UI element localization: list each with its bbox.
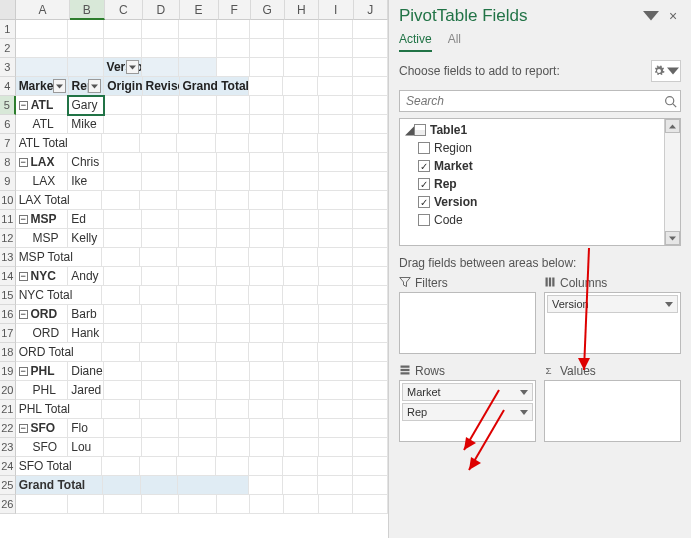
cell[interactable] — [283, 400, 318, 419]
subtotal-label[interactable]: ORD Total — [16, 343, 102, 362]
cell[interactable] — [142, 419, 179, 438]
cell[interactable] — [353, 58, 388, 77]
cell[interactable] — [250, 96, 284, 115]
cell[interactable] — [319, 210, 354, 229]
cell[interactable] — [250, 229, 284, 248]
cell[interactable] — [217, 324, 250, 343]
cell[interactable] — [249, 191, 283, 210]
rep-cell[interactable]: Flo — [68, 419, 103, 438]
cell[interactable] — [16, 495, 69, 514]
market-cell[interactable]: −MSP — [16, 210, 69, 229]
cell[interactable] — [217, 20, 250, 39]
row-header-15[interactable]: 15 — [0, 286, 16, 305]
cell[interactable] — [250, 381, 284, 400]
cell[interactable] — [142, 20, 179, 39]
cell[interactable] — [318, 77, 353, 96]
filter-dropdown-icon[interactable] — [126, 60, 139, 74]
field-market[interactable]: Market — [404, 157, 660, 175]
cell[interactable] — [179, 419, 218, 438]
cell[interactable] — [216, 343, 249, 362]
col-header-C[interactable]: C — [105, 0, 143, 20]
cell[interactable] — [283, 134, 318, 153]
field-table[interactable]: ◢Table1 — [404, 121, 660, 139]
cell[interactable] — [318, 248, 353, 267]
cell[interactable] — [102, 343, 140, 362]
row-header-19[interactable]: 19 — [0, 362, 16, 381]
cell[interactable] — [250, 210, 284, 229]
cell[interactable] — [179, 267, 218, 286]
cell[interactable] — [179, 172, 218, 191]
pivot-col-revised[interactable]: Revised — [143, 77, 180, 96]
cell[interactable] — [353, 172, 388, 191]
cell[interactable] — [217, 305, 250, 324]
rep-cell[interactable]: Andy — [68, 267, 103, 286]
cell[interactable] — [250, 305, 284, 324]
cell[interactable] — [142, 115, 179, 134]
row-header-18[interactable]: 18 — [0, 343, 16, 362]
cell[interactable] — [250, 495, 284, 514]
cell[interactable] — [318, 286, 353, 305]
market-cell[interactable]: ATL — [16, 115, 69, 134]
cell[interactable] — [250, 153, 284, 172]
cell[interactable] — [104, 172, 142, 191]
cell[interactable] — [319, 115, 354, 134]
cell[interactable] — [353, 77, 388, 96]
cell[interactable] — [140, 134, 177, 153]
cell[interactable] — [353, 96, 388, 115]
cell[interactable] — [284, 39, 319, 58]
cell[interactable] — [179, 381, 218, 400]
cell[interactable] — [353, 153, 388, 172]
cell[interactable] — [284, 438, 319, 457]
cell[interactable] — [140, 457, 177, 476]
row-header-10[interactable]: 10 — [0, 191, 16, 210]
cell[interactable] — [353, 305, 388, 324]
cell[interactable] — [284, 362, 319, 381]
scroll-down-icon[interactable] — [665, 231, 680, 245]
cell[interactable] — [217, 362, 250, 381]
cell[interactable] — [353, 324, 388, 343]
cell[interactable] — [353, 419, 388, 438]
checkbox[interactable] — [418, 178, 430, 190]
cell[interactable] — [177, 191, 216, 210]
cell[interactable] — [142, 210, 179, 229]
spreadsheet-grid[interactable]: ABCDEFGHIJ123Version4MarketRepOriginalRe… — [0, 0, 389, 538]
field-region[interactable]: Region — [404, 139, 660, 157]
cell[interactable] — [179, 305, 218, 324]
cell[interactable] — [104, 495, 142, 514]
cell[interactable] — [319, 267, 354, 286]
market-cell[interactable]: SFO — [16, 438, 69, 457]
cell[interactable] — [104, 115, 142, 134]
pivot-column-label[interactable]: Version — [104, 58, 142, 77]
cell[interactable] — [283, 248, 318, 267]
cell[interactable] — [318, 191, 353, 210]
cell[interactable] — [104, 362, 142, 381]
row-header-12[interactable]: 12 — [0, 229, 16, 248]
cell[interactable] — [353, 267, 388, 286]
market-cell[interactable]: MSP — [16, 229, 69, 248]
cell[interactable] — [142, 267, 179, 286]
col-header-E[interactable]: E — [180, 0, 219, 20]
cell[interactable] — [16, 58, 69, 77]
cell[interactable] — [284, 495, 319, 514]
cell[interactable] — [217, 267, 250, 286]
cell[interactable] — [104, 229, 142, 248]
market-cell[interactable]: −LAX — [16, 153, 69, 172]
cell[interactable] — [177, 248, 216, 267]
cell[interactable] — [217, 419, 250, 438]
cell[interactable] — [104, 96, 142, 115]
cell[interactable] — [216, 286, 249, 305]
cell[interactable] — [217, 381, 250, 400]
cell[interactable] — [216, 134, 249, 153]
cell[interactable] — [217, 229, 250, 248]
cell[interactable] — [319, 324, 354, 343]
col-header-G[interactable]: G — [251, 0, 285, 20]
cell[interactable] — [140, 286, 177, 305]
cell[interactable] — [217, 96, 250, 115]
rep-cell[interactable]: Ike — [68, 172, 103, 191]
rep-cell[interactable]: Kelly — [68, 229, 103, 248]
subtotal-label[interactable]: LAX Total — [16, 191, 102, 210]
cell[interactable] — [353, 210, 388, 229]
cell[interactable] — [179, 58, 218, 77]
rep-cell[interactable]: Ed — [68, 210, 103, 229]
market-cell[interactable]: −ORD — [16, 305, 69, 324]
